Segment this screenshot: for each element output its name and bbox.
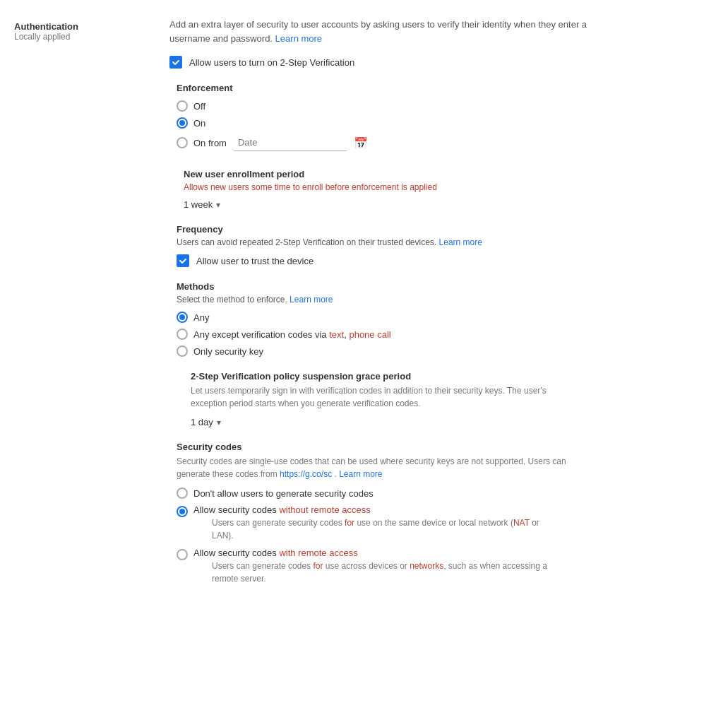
frequency-learn-more-link[interactable]: Learn more xyxy=(439,237,482,247)
grace-period-desc: Let users temporarily sign in with verif… xyxy=(191,384,558,410)
method-any-row: Any xyxy=(177,312,707,323)
networks-highlight: networks xyxy=(410,561,443,571)
method-any-except-label: Any except verification codes via text, … xyxy=(193,329,391,340)
sc-without-remote-radio[interactable] xyxy=(177,506,188,517)
sc-dont-allow-label: Don't allow users to generate security c… xyxy=(193,488,374,499)
allow-2sv-checkbox[interactable] xyxy=(169,56,182,69)
enforcement-on-row: On xyxy=(177,117,707,129)
method-only-security-radio[interactable] xyxy=(177,345,188,357)
enforcement-on-from-radio[interactable] xyxy=(177,137,188,148)
sc-with-remote-label: Allow security codes with remote access xyxy=(193,548,358,558)
nat-highlight: NAT xyxy=(513,518,530,528)
frequency-section: Frequency Users can avoid repeated 2-Ste… xyxy=(169,224,707,267)
text-highlight: text xyxy=(329,329,344,340)
sc-with-remote-content: Allow security codes with remote access … xyxy=(193,548,551,585)
method-any-except-row: Any except verification codes via text, … xyxy=(177,329,707,340)
sc-with-remote-row: Allow security codes with remote access … xyxy=(177,548,707,585)
on-from-container: On from 📅 xyxy=(193,134,368,151)
trust-device-row: Allow user to trust the device xyxy=(177,254,707,267)
enforcement-title: Enforcement xyxy=(177,83,707,93)
sc-with-remote-desc: Users can generate codes for use across … xyxy=(212,560,551,585)
allow-2sv-row: Allow users to turn on 2-Step Verificati… xyxy=(169,56,707,69)
methods-learn-more-link[interactable]: Learn more xyxy=(290,295,333,305)
new-user-enrollment-section: New user enrollment period Allows new us… xyxy=(169,169,707,210)
enforcement-off-radio[interactable] xyxy=(177,100,188,112)
sidebar-title: Authentication xyxy=(14,21,148,32)
grace-period-dropdown-row: 1 day ▾ xyxy=(191,417,707,427)
frequency-title: Frequency xyxy=(177,224,707,235)
security-codes-section: Security codes Security codes are single… xyxy=(169,442,707,585)
trust-device-checkbox[interactable] xyxy=(177,254,189,267)
grace-period-title: 2-Step Verification policy suspension gr… xyxy=(191,371,707,382)
enrollment-title: New user enrollment period xyxy=(184,169,707,179)
intro-learn-more-link[interactable]: Learn more xyxy=(275,33,322,44)
intro-text: Add an extra layer of security to user a… xyxy=(169,18,607,45)
enforcement-section: Enforcement Off On On from 📅 xyxy=(169,83,707,151)
security-codes-title: Security codes xyxy=(177,442,707,452)
enrollment-dropdown-row: 1 week ▾ xyxy=(184,199,707,210)
sc-dont-allow-radio[interactable] xyxy=(177,488,188,499)
for-highlight-2: for xyxy=(313,561,323,571)
enforcement-on-radio[interactable] xyxy=(177,117,188,129)
grace-period-section: 2-Step Verification policy suspension gr… xyxy=(169,371,707,427)
methods-desc: Select the method to enforce. Learn more xyxy=(177,295,707,305)
enforcement-on-label: On xyxy=(193,118,205,129)
grace-period-dropdown-arrow[interactable]: ▾ xyxy=(217,418,221,427)
sc-dont-allow-row: Don't allow users to generate security c… xyxy=(177,488,707,499)
security-codes-link[interactable]: https://g.co/sc xyxy=(280,469,332,479)
sidebar-subtitle: Locally applied xyxy=(14,32,148,42)
methods-title: Methods xyxy=(177,281,707,292)
allow-2sv-label: Allow users to turn on 2-Step Verificati… xyxy=(189,57,354,68)
enrollment-value: 1 week xyxy=(184,199,213,210)
enforcement-off-label: Off xyxy=(193,101,205,112)
without-remote-highlight: without remote access xyxy=(279,504,370,515)
method-only-security-row: Only security key xyxy=(177,345,707,357)
enforcement-on-from-row: On from 📅 xyxy=(177,134,707,151)
grace-period-value: 1 day xyxy=(191,417,213,427)
security-codes-desc: Security codes are single-use codes that… xyxy=(177,455,572,480)
sc-with-remote-radio[interactable] xyxy=(177,549,188,560)
enrollment-desc: Allows new users some time to enroll bef… xyxy=(184,182,707,192)
with-remote-highlight: with remote access xyxy=(279,548,357,558)
sc-without-remote-label: Allow security codes without remote acce… xyxy=(193,504,371,515)
enrollment-dropdown-arrow[interactable]: ▾ xyxy=(216,200,220,210)
methods-section: Methods Select the method to enforce. Le… xyxy=(169,281,707,357)
calendar-icon[interactable]: 📅 xyxy=(354,136,368,150)
security-codes-learn-more-link[interactable]: Learn more xyxy=(339,469,382,479)
frequency-desc: Users can avoid repeated 2-Step Verifica… xyxy=(177,237,707,247)
for-highlight-1: for xyxy=(345,518,354,528)
method-any-label: Any xyxy=(193,312,209,323)
phonecall-highlight: phone call xyxy=(349,329,390,340)
method-any-except-radio[interactable] xyxy=(177,329,188,340)
sc-without-remote-row: Allow security codes without remote acce… xyxy=(177,504,707,542)
method-only-security-label: Only security key xyxy=(193,346,263,357)
sc-without-remote-content: Allow security codes without remote acce… xyxy=(193,504,551,542)
on-from-date-input[interactable] xyxy=(234,134,347,151)
method-any-radio[interactable] xyxy=(177,312,188,323)
sc-without-remote-desc: Users can generate security codes for us… xyxy=(212,516,551,542)
trust-device-label: Allow user to trust the device xyxy=(196,256,314,266)
enforcement-on-from-label: On from xyxy=(193,138,227,148)
enforcement-off-row: Off xyxy=(177,100,707,112)
